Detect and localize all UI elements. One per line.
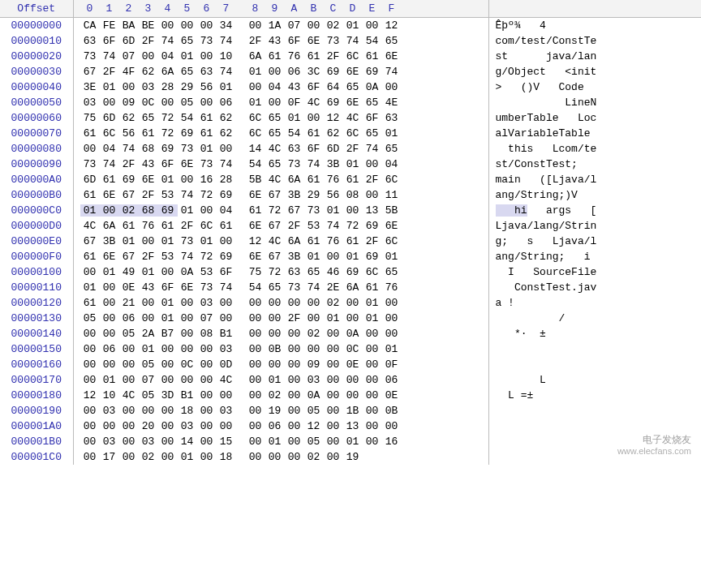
ascii-cell[interactable]: LineN xyxy=(488,95,701,110)
hex-row[interactable]: 00000070616C5661726961626C655461626C6501… xyxy=(0,126,701,141)
ascii-cell[interactable]: I SourceFile xyxy=(488,264,701,280)
hex-row[interactable]: 000001400000052AB70008B100000002000A0000… xyxy=(0,326,701,341)
hex-cell[interactable]: 6D61696E010016285B4C6A6176612F6C xyxy=(73,172,488,187)
hex-row[interactable]: 00000010636F6D2F746573742F436F6E73745465… xyxy=(0,33,701,49)
hex-cell[interactable]: 673B010001730100124C6A6176612F6C xyxy=(73,234,488,249)
hex-row[interactable]: 00000130050006000100070000002F0001000100… xyxy=(0,311,701,326)
hex-row[interactable]: 0000012061002100010003000000000002000100… xyxy=(0,295,701,311)
hex-viewer-table: Offset 0123456789ABCDEF 00000000CAFEBABE… xyxy=(0,0,701,465)
ascii-cell[interactable]: *· ± xyxy=(488,326,701,341)
ascii-cell[interactable]: hi args [ xyxy=(488,203,701,218)
hex-row[interactable]: 00000060756D6265725461626C650100124C6F63… xyxy=(0,110,701,126)
ascii-cell[interactable]: L =± xyxy=(488,388,701,403)
hex-row[interactable]: 000000D04C6A6176612F6C616E672F537472696E… xyxy=(0,218,701,234)
header-row: Offset 0123456789ABCDEF xyxy=(0,0,701,18)
ascii-cell[interactable] xyxy=(488,403,701,418)
ascii-cell[interactable]: > ()V Code xyxy=(488,79,701,95)
hex-cell[interactable]: 4C6A6176612F6C616E672F537472696E xyxy=(73,218,488,234)
offset-cell: 00000060 xyxy=(0,110,73,126)
offset-cell: 000000F0 xyxy=(0,249,73,264)
offset-cell: 000000C0 xyxy=(0,203,73,218)
offset-cell: 00000040 xyxy=(0,79,73,95)
ascii-cell[interactable] xyxy=(488,418,701,434)
hex-row[interactable]: 000001500006000100000003000B0000000C0001 xyxy=(0,341,701,357)
hex-cell[interactable]: 636F6D2F746573742F436F6E73745465 xyxy=(73,33,488,49)
offset-cell: 00000180 xyxy=(0,388,73,403)
hex-row[interactable]: 0000018012104C053DB100000002000A0000000E… xyxy=(0,388,701,403)
hex-cell[interactable]: 0017000200010018000000020019 xyxy=(73,449,488,465)
ascii-cell[interactable] xyxy=(488,341,701,357)
ascii-cell[interactable]: com/test/ConstTe xyxy=(488,33,701,49)
ascii-cell[interactable]: alVariableTable xyxy=(488,126,701,141)
hex-row[interactable]: 00000000CAFEBABE00000034001A070002010012… xyxy=(0,18,701,34)
hex-cell[interactable]: 12104C053DB100000002000A0000000E xyxy=(73,388,488,403)
ascii-cell[interactable]: L xyxy=(488,372,701,388)
ascii-cell[interactable]: ConstTest.jav xyxy=(488,280,701,295)
ascii-cell[interactable]: st/ConstTest; xyxy=(488,157,701,172)
hex-cell[interactable]: 0006000100000003000B0000000C0001 xyxy=(73,341,488,357)
hex-cell[interactable]: 672F4F626A6563740100063C696E6974 xyxy=(73,64,488,79)
hex-row[interactable]: 000000E0673B010001730100124C6A6176612F6C… xyxy=(0,234,701,249)
hex-row[interactable]: 000000C00100026869010004617267730100135B… xyxy=(0,203,701,218)
offset-cell: 00000140 xyxy=(0,326,73,341)
hex-cell[interactable]: 00000020000300000006001200130000 xyxy=(73,418,488,434)
hex-cell[interactable]: 00014901000A536F7572636546696C65 xyxy=(73,264,488,280)
offset-cell: 00000120 xyxy=(0,295,73,311)
hex-row[interactable]: 000000403E010003282956010004436F64650A00… xyxy=(0,79,701,95)
hex-row[interactable]: 000001C00017000200010018000000020019 xyxy=(0,449,701,465)
offset-cell: 00000150 xyxy=(0,341,73,357)
hex-cell[interactable]: CAFEBABE00000034001A070002010012 xyxy=(73,18,488,34)
ascii-cell[interactable]: main ([Ljava/l xyxy=(488,172,701,187)
hex-row[interactable]: 0000002073740700040100106A6176612F6C616E… xyxy=(0,49,701,64)
hex-row[interactable]: 000000A06D61696E010016285B4C6A6176612F6C… xyxy=(0,172,701,187)
hex-cell[interactable]: 756D6265725461626C650100124C6F63 xyxy=(73,110,488,126)
hex-cell[interactable]: 00000005000C000D00000009000E000F xyxy=(73,357,488,372)
hex-cell[interactable]: 000100070000004C0001000300000006 xyxy=(73,372,488,388)
hex-row[interactable]: 000001B000030003001400150001000500010016 xyxy=(0,434,701,449)
hex-cell[interactable]: 616E672F537472696E673B2956080011 xyxy=(73,187,488,203)
ascii-cell[interactable]: ang/String;)V xyxy=(488,187,701,203)
hex-row[interactable]: 00000030672F4F626A6563740100063C696E6974… xyxy=(0,64,701,79)
hex-cell[interactable]: 73740700040100106A6176612F6C616E xyxy=(73,49,488,64)
hex-cell[interactable]: 0000052AB70008B100000002000A0000 xyxy=(73,326,488,341)
hex-row[interactable]: 000000B0616E672F537472696E673B2956080011… xyxy=(0,187,701,203)
hex-row[interactable]: 0000011001000E436F6E7374546573742E6A6176… xyxy=(0,280,701,295)
ascii-cell[interactable]: a ! xyxy=(488,295,701,311)
hex-cell[interactable]: 0004746869730100144C636F6D2F7465 xyxy=(73,141,488,157)
hex-cell[interactable]: 0300090C0005000601000F4C696E654E xyxy=(73,95,488,110)
ascii-cell[interactable]: Êþº¾ 4 xyxy=(488,18,701,34)
hex-cell[interactable]: 01000E436F6E7374546573742E6A6176 xyxy=(73,280,488,295)
offset-cell: 00000160 xyxy=(0,357,73,372)
offset-cell: 000001B0 xyxy=(0,434,73,449)
ascii-cell[interactable]: umberTable Loc xyxy=(488,110,701,126)
hex-row[interactable]: 000000800004746869730100144C636F6D2F7465… xyxy=(0,141,701,157)
ascii-cell[interactable]: g/Object <init xyxy=(488,64,701,79)
ascii-cell[interactable] xyxy=(488,449,701,465)
ascii-cell[interactable] xyxy=(488,434,701,449)
hex-row[interactable]: 0000009073742F436F6E7374546573743B010004… xyxy=(0,157,701,172)
hex-cell[interactable]: 00030003001400150001000500010016 xyxy=(73,434,488,449)
hex-row[interactable]: 0000010000014901000A536F7572636546696C65… xyxy=(0,264,701,280)
ascii-cell[interactable]: this Lcom/te xyxy=(488,141,701,157)
ascii-cell[interactable]: st java/lan xyxy=(488,49,701,64)
hex-row[interactable]: 0000016000000005000C000D00000009000E000F xyxy=(0,357,701,372)
ascii-cell[interactable]: g; s Ljava/l xyxy=(488,234,701,249)
hex-row[interactable]: 000000500300090C0005000601000F4C696E654E… xyxy=(0,95,701,110)
hex-cell[interactable]: 73742F436F6E7374546573743B010004 xyxy=(73,157,488,172)
ascii-cell[interactable] xyxy=(488,357,701,372)
hex-cell[interactable]: 61002100010003000000000002000100 xyxy=(73,295,488,311)
hex-cell[interactable]: 050006000100070000002F0001000100 xyxy=(73,311,488,326)
ascii-cell[interactable]: / xyxy=(488,311,701,326)
hex-row[interactable]: 000001A000000020000300000006001200130000 xyxy=(0,418,701,434)
hex-row[interactable]: 00000170000100070000004C0001000300000006… xyxy=(0,372,701,388)
hex-row[interactable]: 000000F0616E672F537472696E673B0100016901… xyxy=(0,249,701,264)
hex-cell[interactable]: 616E672F537472696E673B0100016901 xyxy=(73,249,488,264)
ascii-cell[interactable]: ang/String; i xyxy=(488,249,701,264)
hex-cell[interactable]: 000300000018000300190005001B000B xyxy=(73,403,488,418)
hex-cell[interactable]: 3E010003282956010004436F64650A00 xyxy=(73,79,488,95)
offset-cell: 00000090 xyxy=(0,157,73,172)
ascii-cell[interactable]: Ljava/lang/Strin xyxy=(488,218,701,234)
hex-cell[interactable]: 0100026869010004617267730100135B xyxy=(73,203,488,218)
hex-cell[interactable]: 616C5661726961626C655461626C6501 xyxy=(73,126,488,141)
hex-row[interactable]: 00000190000300000018000300190005001B000B xyxy=(0,403,701,418)
